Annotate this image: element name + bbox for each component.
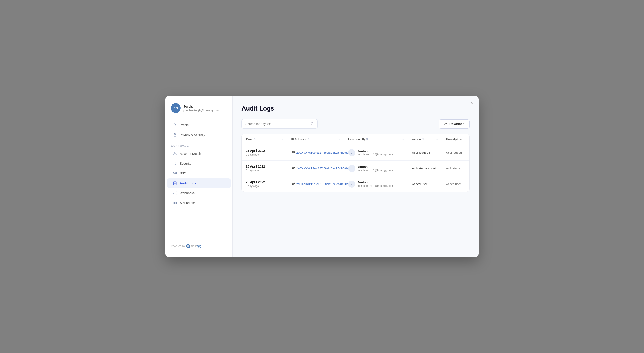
user-details-cell: Jordan jonathan+nbj1@frontegg.com — [358, 181, 393, 187]
sidebar-item-privacy-security[interactable]: Privacy & Security — [167, 130, 230, 140]
sort-icon-time: ⇅ — [254, 138, 256, 141]
sort-icon-ip: ⇅ — [308, 138, 310, 141]
user-details: Jordan jonathan+nbj1@frontegg.com — [183, 105, 219, 112]
sidebar-item-api-tokens[interactable]: API Tokens — [167, 198, 230, 208]
sidebar-item-privacy-label: Privacy & Security — [180, 133, 205, 137]
filter-icon-action: ≡ — [436, 138, 438, 141]
description-text: Added user — [446, 182, 461, 186]
cell-action-0: User logged in — [408, 145, 442, 161]
table-row: 25 April 2022 8 days ago 🏴 2a00:a040:19e… — [242, 145, 469, 161]
download-label: Download — [450, 122, 464, 126]
cell-action-1: Activated account — [408, 161, 442, 176]
modal: × JO Jordan jonathan+nbj1@frontegg.com P… — [166, 96, 478, 257]
sidebar-item-account-details[interactable]: Account Details — [167, 149, 230, 159]
ip-address-link[interactable]: 🏴 2a00:a040:19e:c127:68ab:8ea2:54b0:8a87 — [291, 182, 340, 186]
sidebar-item-profile-label: Profile — [180, 123, 189, 127]
sidebar-item-account-label: Account Details — [180, 152, 202, 155]
svg-point-10 — [173, 193, 174, 193]
svg-point-0 — [174, 124, 176, 125]
svg-rect-5 — [176, 172, 177, 174]
col-header-ip[interactable]: IP Address ⇅ ≡ — [287, 134, 344, 145]
frontegg-logo: frontegg — [186, 244, 201, 248]
user-email-cell: jonathan+nbj1@frontegg.com — [358, 169, 393, 172]
frontegg-brand: frontegg — [191, 244, 201, 248]
user-name-cell: Jordan — [358, 149, 393, 153]
col-header-description[interactable]: Description — [442, 134, 469, 145]
search-input[interactable] — [245, 122, 308, 126]
search-icon — [310, 122, 314, 126]
sidebar-item-security-label: Security — [180, 162, 191, 165]
download-icon — [444, 122, 448, 126]
main-content: Audit Logs Download — [232, 96, 478, 257]
frontegg-logo-icon — [186, 244, 190, 248]
page-title: Audit Logs — [242, 105, 470, 112]
ip-flag-icon: 🏴 — [291, 182, 295, 186]
audit-logs-table: Time ⇅ ≡ IP Address ⇅ ≡ — [242, 134, 469, 192]
user-email-cell: jonathan+nbj1@frontegg.com — [358, 184, 393, 187]
action-text: User logged in — [412, 151, 431, 154]
download-button[interactable]: Download — [439, 119, 470, 129]
cell-user-2: J Jordan jonathan+nbj1@frontegg.com — [344, 176, 408, 192]
cell-time-0: 25 April 2022 8 days ago — [242, 145, 287, 161]
sidebar-item-audit-logs[interactable]: Audit Logs — [167, 178, 230, 188]
sidebar-footer: Powered by frontegg — [166, 240, 232, 252]
svg-rect-6 — [173, 182, 176, 185]
cell-time-1: 25 April 2022 8 days ago — [242, 161, 287, 176]
user-name-cell: Jordan — [358, 165, 393, 168]
close-button[interactable]: × — [470, 100, 473, 105]
sidebar-item-security[interactable]: Security — [167, 159, 230, 168]
cell-desc-0: User logged — [442, 145, 469, 161]
table-row: 25 April 2022 8 days ago 🏴 2a00:a040:19e… — [242, 176, 469, 192]
svg-point-15 — [187, 245, 190, 247]
description-text: Activated a — [446, 167, 460, 170]
sidebar-item-api-label: API Tokens — [180, 201, 196, 205]
avatar: JO — [171, 103, 181, 113]
ip-flag-icon: 🏴 — [291, 151, 295, 155]
lock-icon — [173, 133, 177, 137]
ip-address-link[interactable]: 🏴 2a00:a040:19e:c127:68ab:8ea2:54b0:8a87 — [291, 167, 340, 170]
table-header-row: Time ⇅ ≡ IP Address ⇅ ≡ — [242, 134, 469, 145]
sidebar-item-webhooks-label: Webhooks — [180, 191, 194, 195]
cell-desc-2: Added user — [442, 176, 469, 192]
ip-address-link[interactable]: 🏴 2a00:a040:19e:c127:68ab:8ea2:54b0:8a87 — [291, 151, 340, 155]
svg-point-11 — [176, 191, 176, 192]
svg-point-16 — [311, 122, 313, 124]
cell-ip-0: 🏴 2a00:a040:19e:c127:68ab:8ea2:54b0:8a87 — [287, 145, 344, 161]
sidebar-item-audit-label: Audit Logs — [180, 181, 196, 185]
col-header-action[interactable]: Action ⇅ ≡ — [408, 134, 442, 145]
api-icon — [173, 201, 177, 205]
sso-icon — [173, 171, 177, 176]
sidebar-item-sso[interactable]: SSO — [167, 168, 230, 178]
powered-by-text: Powered by — [171, 244, 185, 248]
col-header-time[interactable]: Time ⇅ ≡ — [242, 134, 287, 145]
table-row: 25 April 2022 8 days ago 🏴 2a00:a040:19e… — [242, 161, 469, 176]
user-email-cell: jonathan+nbj1@frontegg.com — [358, 153, 393, 156]
shield-icon — [173, 161, 177, 166]
action-text: Activated account — [412, 167, 436, 170]
svg-rect-3 — [175, 154, 176, 155]
search-box — [242, 119, 318, 129]
user-avatar-small: J — [348, 181, 355, 188]
cell-desc-1: Activated a — [442, 161, 469, 176]
workspace-label: WORKSPACE — [166, 140, 232, 149]
table-body: 25 April 2022 8 days ago 🏴 2a00:a040:19e… — [242, 145, 469, 192]
filter-icon-user: ≡ — [402, 138, 404, 141]
svg-line-17 — [312, 124, 314, 125]
user-details-cell: Jordan jonathan+nbj1@frontegg.com — [358, 149, 393, 156]
user-email: jonathan+nbj1@frontegg.com — [183, 109, 219, 112]
sidebar: JO Jordan jonathan+nbj1@frontegg.com Pro… — [166, 96, 232, 257]
user-info: JO Jordan jonathan+nbj1@frontegg.com — [166, 103, 232, 120]
cell-ip-2: 🏴 2a00:a040:19e:c127:68ab:8ea2:54b0:8a87 — [287, 176, 344, 192]
sidebar-item-webhooks[interactable]: Webhooks — [167, 188, 230, 198]
svg-rect-4 — [173, 172, 174, 174]
webhook-icon — [173, 191, 177, 195]
cell-user-0: J Jordan jonathan+nbj1@frontegg.com — [344, 145, 408, 161]
sidebar-item-profile[interactable]: Profile — [167, 120, 230, 130]
svg-point-12 — [176, 194, 176, 195]
cell-time-2: 25 April 2022 8 days ago — [242, 176, 287, 192]
filter-icon-ip: ≡ — [338, 138, 340, 141]
account-icon — [173, 151, 177, 156]
user-details-cell: Jordan jonathan+nbj1@frontegg.com — [358, 165, 393, 172]
action-text: Added user — [412, 182, 427, 186]
col-header-user[interactable]: User (email) ⇅ ≡ — [344, 134, 408, 145]
